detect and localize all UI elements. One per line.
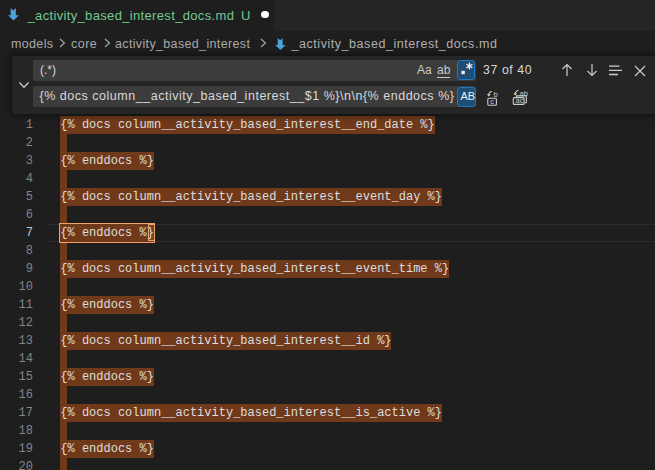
svg-text:b: b [494,90,498,99]
svg-text:c: c [491,96,495,105]
svg-text:ac: ac [515,96,523,105]
